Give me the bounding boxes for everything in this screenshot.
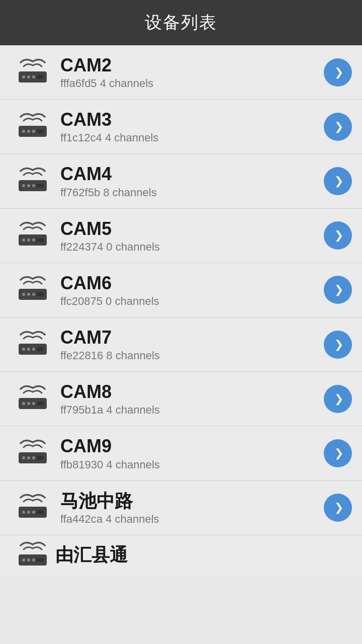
svg-rect-44 — [37, 510, 44, 514]
svg-point-6 — [22, 130, 25, 133]
svg-point-2 — [27, 75, 30, 78]
device-item-cam3[interactable]: CAM3 ff1c12c4 4 channels — [0, 100, 362, 154]
svg-point-7 — [27, 130, 30, 133]
router-icon-machizhonglu — [10, 493, 55, 523]
svg-point-18 — [32, 238, 35, 242]
svg-point-23 — [32, 293, 35, 296]
svg-rect-39 — [37, 456, 44, 460]
device-item-cam7[interactable]: CAM7 ffe22816 8 channels — [0, 317, 362, 372]
svg-point-43 — [32, 511, 35, 514]
svg-point-11 — [22, 184, 25, 187]
device-info-cam5: CAM5 ff224374 0 channels — [55, 218, 324, 254]
device-item-partial[interactable]: 由汇县通 — [0, 535, 362, 576]
device-name-cam6: CAM6 — [60, 272, 324, 294]
device-item-cam6[interactable]: CAM6 ffc20875 0 channels — [0, 263, 362, 317]
svg-point-27 — [27, 348, 30, 351]
device-sub-cam4: ff762f5b 8 channels — [60, 186, 324, 199]
device-sub-cam8: ff795b1a 4 channels — [60, 404, 324, 417]
device-info-cam9: CAM9 ffb81930 4 channels — [55, 435, 324, 471]
device-info-machizhonglu: 马池中路 ffa442ca 4 channels — [55, 490, 324, 526]
svg-rect-9 — [37, 129, 44, 133]
device-sub-cam3: ff1c12c4 4 channels — [60, 131, 324, 144]
router-icon-partial — [10, 540, 55, 571]
arrow-button-cam7[interactable] — [324, 331, 352, 359]
svg-point-32 — [27, 402, 30, 405]
svg-rect-4 — [37, 75, 44, 79]
partial-device-name: 由汇县通 — [55, 543, 128, 568]
svg-rect-19 — [37, 238, 44, 242]
device-info-cam4: CAM4 ff762f5b 8 channels — [55, 163, 324, 199]
svg-point-31 — [22, 402, 25, 405]
device-sub-cam2: fffa6fd5 4 channels — [60, 77, 324, 90]
router-icon-cam4 — [10, 166, 55, 196]
device-info-cam2: CAM2 fffa6fd5 4 channels — [55, 54, 324, 90]
device-name-cam2: CAM2 — [60, 54, 324, 76]
device-sub-cam5: ff224374 0 channels — [60, 240, 324, 254]
device-sub-machizhonglu: ffa442ca 4 channels — [60, 513, 324, 526]
device-info-cam6: CAM6 ffc20875 0 channels — [55, 272, 324, 308]
router-icon-cam5 — [10, 220, 55, 251]
device-sub-cam6: ffc20875 0 channels — [60, 295, 324, 308]
svg-point-13 — [32, 184, 35, 187]
svg-point-38 — [32, 456, 35, 459]
svg-point-42 — [27, 511, 30, 514]
device-info-cam8: CAM8 ff795b1a 4 channels — [55, 381, 324, 417]
arrow-button-cam9[interactable] — [324, 439, 352, 467]
device-item-machizhonglu[interactable]: 马池中路 ffa442ca 4 channels — [0, 481, 362, 535]
svg-point-26 — [22, 348, 25, 351]
device-name-cam3: CAM3 — [60, 109, 324, 130]
svg-point-17 — [27, 238, 30, 242]
router-icon-cam9 — [10, 438, 55, 468]
device-name-cam7: CAM7 — [60, 327, 324, 348]
arrow-button-cam6[interactable] — [324, 276, 352, 304]
svg-point-33 — [32, 402, 35, 405]
svg-point-37 — [27, 456, 30, 459]
router-icon-cam3 — [10, 112, 55, 142]
device-name-cam4: CAM4 — [60, 163, 324, 185]
svg-point-47 — [27, 558, 30, 561]
svg-rect-49 — [37, 558, 44, 562]
device-item-cam5[interactable]: CAM5 ff224374 0 channels — [0, 209, 362, 263]
device-item-cam4[interactable]: CAM4 ff762f5b 8 channels — [0, 154, 362, 208]
device-info-cam3: CAM3 ff1c12c4 4 channels — [55, 109, 324, 144]
svg-point-36 — [22, 456, 25, 459]
device-list: CAM2 fffa6fd5 4 channels CAM3 f — [0, 45, 362, 576]
device-name-cam8: CAM8 — [60, 381, 324, 403]
header-title: 设备列表 — [145, 11, 217, 34]
device-name-cam9: CAM9 — [60, 435, 324, 457]
svg-point-46 — [22, 558, 25, 561]
device-name-machizhonglu: 马池中路 — [60, 490, 324, 512]
arrow-button-cam5[interactable] — [324, 221, 352, 250]
arrow-button-machizhonglu[interactable] — [324, 494, 352, 522]
svg-point-16 — [22, 238, 25, 242]
device-item-cam9[interactable]: CAM9 ffb81930 4 channels — [0, 426, 362, 480]
svg-point-12 — [27, 184, 30, 187]
device-item-cam8[interactable]: CAM8 ff795b1a 4 channels — [0, 372, 362, 426]
svg-rect-24 — [37, 292, 44, 296]
svg-point-1 — [22, 75, 25, 78]
device-sub-cam7: ffe22816 8 channels — [60, 349, 324, 362]
svg-rect-34 — [37, 401, 44, 406]
svg-point-8 — [32, 130, 35, 133]
router-icon-cam7 — [10, 330, 55, 360]
device-sub-cam9: ffb81930 4 channels — [60, 458, 324, 471]
arrow-button-cam2[interactable] — [324, 58, 352, 87]
svg-point-3 — [32, 75, 35, 78]
device-item-cam2[interactable]: CAM2 fffa6fd5 4 channels — [0, 45, 362, 100]
svg-point-22 — [27, 293, 30, 296]
svg-rect-29 — [37, 347, 44, 351]
router-icon-cam8 — [10, 384, 55, 414]
device-info-cam7: CAM7 ffe22816 8 channels — [55, 327, 324, 362]
header: 设备列表 — [0, 0, 362, 45]
router-icon-cam2 — [10, 57, 55, 88]
arrow-button-cam3[interactable] — [324, 113, 352, 141]
svg-point-21 — [22, 293, 25, 296]
router-icon-cam6 — [10, 275, 55, 305]
svg-point-28 — [32, 348, 35, 351]
arrow-button-cam8[interactable] — [324, 385, 352, 413]
svg-rect-14 — [37, 184, 44, 188]
arrow-button-cam4[interactable] — [324, 167, 352, 195]
svg-point-41 — [22, 511, 25, 514]
svg-point-48 — [32, 558, 35, 561]
device-name-cam5: CAM5 — [60, 218, 324, 239]
